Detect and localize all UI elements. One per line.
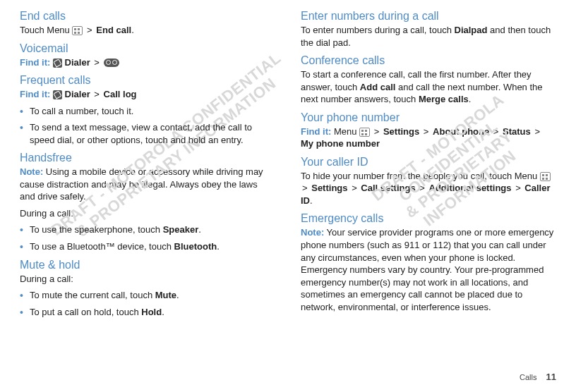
- heading-end-calls: End calls: [20, 10, 275, 23]
- list-item: To use a Bluetooth™ device, touch Blueto…: [20, 240, 275, 253]
- caller-id-body: To hide your number from the people you …: [301, 170, 556, 207]
- handsfree-during: During a call:: [20, 207, 275, 220]
- right-column: Enter numbers during a call To enter num…: [301, 10, 556, 362]
- heading-frequent-calls: Frequent calls: [20, 74, 275, 87]
- voicemail-icon: [104, 59, 119, 67]
- heading-your-number: Your phone number: [301, 111, 556, 124]
- mutehold-during: During a call:: [20, 273, 275, 286]
- frequent-findit: Find it: Dialer > Call log: [20, 88, 275, 101]
- frequent-bullets: To call a number, touch it. To send a te…: [20, 105, 275, 147]
- handsfree-note: Note: Using a mobile device or accessory…: [20, 166, 275, 203]
- page-number: 11: [546, 372, 556, 382]
- menu-icon: [359, 128, 370, 137]
- list-item: To send a text message, view a contact, …: [20, 121, 275, 146]
- end-calls-body: Touch Menu > End call.: [20, 24, 275, 37]
- heading-enter-numbers: Enter numbers during a call: [301, 10, 556, 23]
- emergency-body: Note: Your service provider programs one…: [301, 226, 556, 313]
- footer-section: Calls: [520, 373, 536, 381]
- heading-emergency: Emergency calls: [301, 212, 556, 225]
- left-column: End calls Touch Menu > End call. Voicema…: [20, 10, 275, 362]
- list-item: To call a number, touch it.: [20, 105, 275, 118]
- heading-mute-hold: Mute & hold: [20, 259, 275, 271]
- conference-body: To start a conference call, call the fir…: [301, 68, 556, 106]
- list-item: To use the speakerphone, touch Speaker.: [20, 223, 275, 236]
- your-number-findit: Find it: Menu > Settings > About phone >…: [301, 125, 556, 150]
- list-item: To put a call on hold, touch Hold.: [20, 306, 275, 319]
- list-item: To mute the current call, touch Mute.: [20, 289, 275, 302]
- voicemail-findit: Find it: Dialer >: [20, 56, 275, 69]
- menu-icon: [72, 26, 83, 35]
- menu-icon: [540, 172, 551, 181]
- heading-conference: Conference calls: [301, 54, 556, 67]
- page-columns: End calls Touch Menu > End call. Voicema…: [20, 10, 556, 362]
- heading-handsfree: Handsfree: [20, 152, 275, 164]
- page-footer: Calls 11: [520, 372, 556, 382]
- enter-numbers-body: To enter numbers during a call, touch Di…: [301, 24, 556, 49]
- mutehold-bullets: To mute the current call, touch Mute. To…: [20, 289, 275, 318]
- dialer-icon: [53, 90, 62, 99]
- dialer-icon: [53, 59, 62, 68]
- handsfree-bullets: To use the speakerphone, touch Speaker. …: [20, 223, 275, 252]
- heading-caller-id: Your caller ID: [301, 156, 556, 169]
- heading-voicemail: Voicemail: [20, 42, 275, 55]
